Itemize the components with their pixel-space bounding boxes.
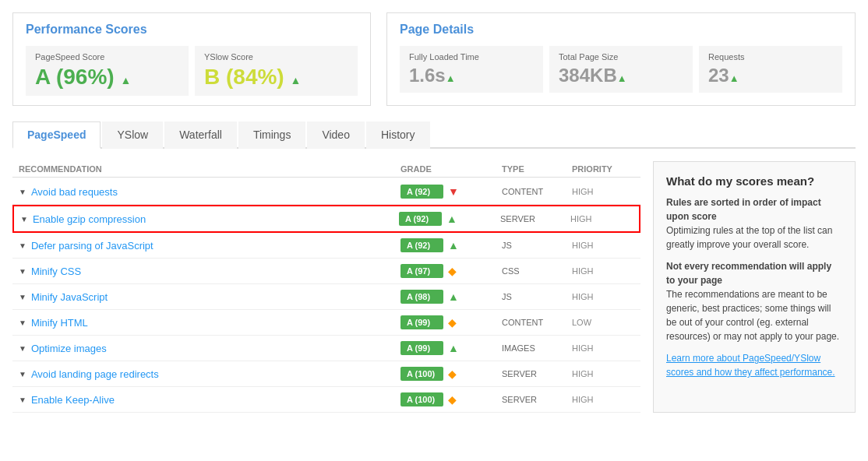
- sidebar-p2-bold: Not every recommendation will apply to y…: [666, 261, 831, 286]
- pagespeed-score-box: PageSpeed Score A (96%) ▲: [26, 46, 189, 96]
- total-size-value: 384KB▲: [559, 65, 683, 86]
- row-toggle-icon[interactable]: ▼: [19, 293, 26, 301]
- yslow-value: B (84%) ▲: [204, 65, 348, 90]
- page-details-title: Page Details: [400, 23, 842, 37]
- performance-scores-card: Performance Scores PageSpeed Score A (96…: [12, 12, 371, 106]
- requests-box: Requests 23▲: [699, 46, 842, 93]
- pagespeed-value: A (96%) ▲: [35, 65, 179, 90]
- priority-label: HIGH: [572, 266, 634, 276]
- page-details-card: Page Details Fully Loaded Time 1.6s▲ Tot…: [386, 12, 856, 106]
- grade-badge: A (99): [400, 315, 443, 329]
- priority-label: HIGH: [572, 369, 634, 378]
- total-size-label: Total Page Size: [559, 52, 683, 62]
- sidebar-link[interactable]: Learn more about PageSpeed/YSlow scores …: [666, 353, 835, 378]
- row-toggle-icon[interactable]: ▼: [19, 344, 26, 353]
- type-label: SERVER: [500, 214, 570, 223]
- tab-video[interactable]: Video: [307, 121, 365, 149]
- rec-name-text[interactable]: Avoid bad requests: [31, 186, 118, 198]
- tab-history[interactable]: History: [366, 121, 430, 149]
- rec-name-text[interactable]: Enable gzip compression: [33, 213, 146, 225]
- pagespeed-arrow: ▲: [120, 74, 131, 86]
- tab-timings[interactable]: Timings: [238, 121, 306, 149]
- tab-pagespeed[interactable]: PageSpeed: [12, 121, 101, 149]
- row-toggle-icon[interactable]: ▼: [19, 396, 26, 404]
- grade-badge: A (92): [399, 212, 442, 226]
- tab-waterfall[interactable]: Waterfall: [164, 121, 237, 149]
- requests-label: Requests: [708, 52, 833, 62]
- table-row: ▼ Enable gzip compression A (92) ▲ SERVE…: [12, 205, 640, 233]
- info-sidebar: What do my scores mean? Rules are sorted…: [653, 161, 856, 413]
- row-toggle-icon[interactable]: ▼: [19, 318, 26, 327]
- table-row: ▼ Optimize images A (99) ▲ IMAGES HIGH: [12, 336, 640, 361]
- total-size-arrow: ▲: [617, 72, 627, 84]
- rec-name-text[interactable]: Minify JavaScript: [31, 291, 108, 303]
- performance-title: Performance Scores: [26, 23, 358, 37]
- trend-up-icon: ▲: [448, 239, 459, 252]
- row-toggle-icon[interactable]: ▼: [19, 370, 26, 378]
- sidebar-p2: The recommendations are meant to be gene…: [666, 289, 839, 342]
- table-row: ▼ Minify HTML A (99) ◆ CONTENT LOW: [12, 310, 640, 336]
- grade-badge: A (99): [400, 341, 443, 355]
- grade-badge: A (100): [400, 392, 443, 406]
- table-row: ▼ Avoid landing page redirects A (100) ◆…: [12, 361, 640, 387]
- priority-label: LOW: [572, 318, 634, 327]
- rec-name-text[interactable]: Defer parsing of JavaScript: [31, 240, 153, 252]
- table-row: ▼ Enable Keep-Alive A (100) ◆ SERVER HIG…: [12, 387, 640, 413]
- priority-label: HIGH: [570, 214, 633, 223]
- trend-diamond-icon: ◆: [448, 393, 457, 406]
- type-label: IMAGES: [502, 343, 572, 353]
- col-type: TYPE: [502, 164, 572, 174]
- trend-diamond-icon: ◆: [448, 368, 457, 380]
- fully-loaded-arrow: ▲: [446, 72, 456, 84]
- row-toggle-icon[interactable]: ▼: [20, 215, 28, 223]
- fully-loaded-value: 1.6s▲: [409, 65, 534, 86]
- grade-badge: A (100): [400, 367, 443, 381]
- table-row: ▼ Avoid bad requests A (92) ▼ CONTENT HI…: [12, 179, 640, 205]
- type-label: JS: [502, 292, 572, 301]
- row-toggle-icon[interactable]: ▼: [19, 188, 26, 196]
- priority-label: HIGH: [572, 395, 634, 404]
- tab-yslow[interactable]: YSlow: [102, 121, 163, 149]
- type-label: CSS: [502, 266, 572, 276]
- priority-label: HIGH: [572, 187, 634, 196]
- priority-label: HIGH: [572, 292, 634, 301]
- type-label: SERVER: [502, 369, 572, 378]
- rec-name-text[interactable]: Minify HTML: [31, 317, 88, 329]
- table-row: ▼ Minify JavaScript A (98) ▲ JS HIGH: [12, 284, 640, 310]
- type-label: CONTENT: [502, 187, 572, 196]
- rec-name-text[interactable]: Enable Keep-Alive: [31, 394, 115, 406]
- trend-up-icon: ▲: [448, 342, 459, 354]
- trend-down-icon: ▼: [448, 185, 459, 198]
- yslow-label: YSlow Score: [204, 52, 348, 62]
- yslow-arrow: ▲: [290, 74, 301, 86]
- type-label: SERVER: [502, 395, 572, 404]
- grade-badge: A (98): [400, 290, 443, 304]
- table-row: ▼ Defer parsing of JavaScript A (92) ▲ J…: [12, 233, 640, 259]
- fully-loaded-label: Fully Loaded Time: [409, 52, 534, 62]
- rec-name-text[interactable]: Optimize images: [31, 343, 107, 354]
- sidebar-p1: Optimizing rules at the top of the list …: [666, 225, 832, 250]
- col-recommendation: RECOMMENDATION: [19, 164, 400, 174]
- fully-loaded-box: Fully Loaded Time 1.6s▲: [400, 46, 543, 93]
- yslow-score-box: YSlow Score B (84%) ▲: [195, 46, 358, 96]
- recommendations-panel: RECOMMENDATION GRADE TYPE PRIORITY ▼ Avo…: [12, 161, 640, 413]
- type-label: CONTENT: [502, 318, 572, 327]
- pagespeed-label: PageSpeed Score: [35, 52, 179, 62]
- priority-label: HIGH: [572, 343, 634, 353]
- trend-diamond-icon: ◆: [448, 265, 457, 277]
- sidebar-title: What do my scores mean?: [666, 174, 842, 188]
- recommendations-header: RECOMMENDATION GRADE TYPE PRIORITY: [12, 161, 640, 178]
- trend-diamond-icon: ◆: [448, 316, 457, 329]
- col-priority: PRIORITY: [572, 164, 634, 174]
- grade-badge: A (92): [400, 238, 443, 252]
- col-grade: GRADE: [400, 164, 502, 174]
- grade-badge: A (97): [400, 264, 443, 278]
- rec-name-text[interactable]: Minify CSS: [31, 266, 81, 277]
- row-toggle-icon[interactable]: ▼: [19, 241, 26, 250]
- table-row: ▼ Minify CSS A (97) ◆ CSS HIGH: [12, 259, 640, 284]
- sidebar-p1-bold: Rules are sorted in order of impact upon…: [666, 197, 821, 222]
- type-label: JS: [502, 241, 572, 250]
- rec-name-text[interactable]: Avoid landing page redirects: [31, 368, 159, 380]
- tab-bar: PageSpeed YSlow Waterfall Timings Video …: [12, 121, 856, 149]
- row-toggle-icon[interactable]: ▼: [19, 267, 26, 276]
